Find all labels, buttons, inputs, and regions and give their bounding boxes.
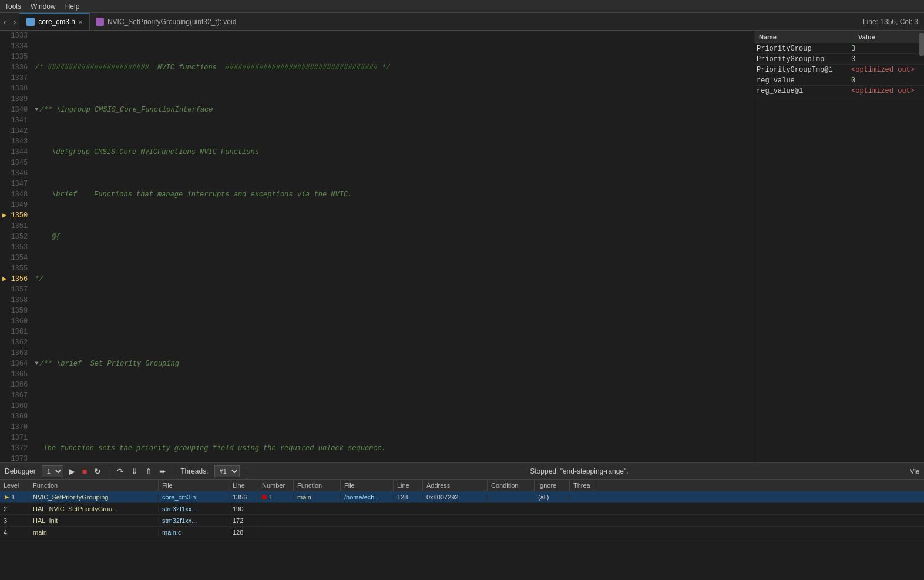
var-row-regvalue1[interactable]: reg_value@1 <optimized out> (754, 86, 924, 96)
separator-1 (109, 467, 109, 476)
cs-row-4[interactable]: 4 main main.c 128 (0, 527, 924, 538)
line-numbers: 1333 1334 1335 1336 1337 1338 1339 1340 … (0, 31, 32, 462)
cs-cell-level-1: ➤ 1 (0, 493, 29, 501)
debug-run-btn[interactable]: ▶ (67, 465, 77, 478)
tab-bar: ‹ › core_cm3.h × NVIC_SetPriorityGroupin… (0, 13, 924, 31)
cs-cell-line-4: 128 (229, 529, 258, 536)
code-line-1342: The function sets the priority grouping … (35, 443, 754, 454)
cs-header-condition: Condition (488, 480, 535, 491)
code-content: /* ######################## NVIC functio… (32, 31, 754, 462)
cs-header-function: Function (294, 480, 341, 491)
cs-cell-bp-addr-1: 0x8007292 (423, 494, 488, 501)
cs-cell-bp-num-1: 1 (258, 494, 294, 501)
cs-cell-func-1: NVIC_SetPriorityGrouping (29, 494, 159, 501)
var-value-regvalue1: <optimized out> (851, 87, 922, 95)
menu-window[interactable]: Window (31, 2, 56, 11)
stopped-status: Stopped: "end-stepping-range". (252, 467, 907, 475)
cs-cell-line-1: 1356 (229, 494, 258, 501)
right-panel-scrollbar[interactable] (919, 31, 924, 462)
code-line-1339 (35, 316, 754, 327)
threads-select[interactable]: #1 (214, 465, 240, 477)
menu-tools[interactable]: Tools (5, 2, 21, 11)
cs-cell-file-4: main.c (159, 529, 229, 536)
cs-row-2[interactable]: 2 HAL_NVIC_SetPriorityGrou... stm32f1xx.… (0, 503, 924, 515)
cs-header-line: Line (229, 480, 258, 491)
debug-stop-btn[interactable]: ■ (80, 465, 89, 478)
code-line-1333: /* ######################## NVIC functio… (35, 62, 754, 73)
variables-list: PriorityGroup 3 PriorityGroupTmp 3 Prior… (754, 43, 924, 462)
debug-step-out-btn[interactable]: ⇑ (143, 465, 154, 478)
breadcrumb: NVIC_SetPriorityGrouping(uint32_t): void (90, 18, 857, 26)
debug-restart-btn[interactable]: ↻ (92, 465, 103, 478)
breadcrumb-icon (96, 18, 104, 26)
cs-cell-line-3: 172 (229, 517, 258, 524)
debug-run-to-cursor-btn[interactable]: ➨ (157, 465, 168, 478)
code-line-1335: \defgroup CMSIS_Core_NVICFunctions NVIC … (35, 147, 754, 157)
cs-cell-func-3: HAL_Init (29, 517, 159, 524)
cs-header-address: Address (423, 480, 488, 491)
nav-back[interactable]: ‹ (0, 13, 10, 31)
cs-header-file: File (159, 480, 229, 491)
cs-cell-file-1: core_cm3.h (159, 494, 229, 501)
cs-cell-line-2: 190 (229, 505, 258, 512)
separator-3 (246, 467, 246, 476)
debugger-select[interactable]: 1 (42, 465, 63, 477)
var-row-regvalue[interactable]: reg_value 0 (754, 75, 924, 86)
cs-header-ignore: Ignore (535, 480, 570, 491)
cs-header-line2: Line (394, 480, 423, 491)
col-header-name: Name (754, 33, 854, 41)
var-value-prioritygrouptmp: 3 (851, 55, 922, 63)
tab-label: core_cm3.h (38, 18, 75, 26)
line-col-text: Line: 1356, Col: 3 (863, 18, 918, 26)
code-line-1341 (35, 401, 754, 411)
code-line-1336: \brief Functions that manage interrupts … (35, 189, 754, 200)
call-stack-rows: ➤ 1 NVIC_SetPriorityGrouping core_cm3.h … (0, 491, 924, 580)
cs-cell-func-4: main (29, 529, 159, 536)
cs-cell-file-2: stm32f1xx... (159, 505, 229, 512)
cs-cell-file-3: stm32f1xx... (159, 517, 229, 524)
var-value-regvalue: 0 (851, 76, 922, 85)
nav-forward[interactable]: › (10, 13, 20, 31)
cs-cell-level-4: 4 (0, 529, 29, 536)
cs-cell-level-3: 3 (0, 517, 29, 524)
var-name-regvalue1: reg_value@1 (757, 87, 851, 95)
cs-cell-bp-line-1: 128 (394, 494, 423, 501)
var-name-prioritygrouptmp1: PriorityGroupTmp@1 (757, 66, 851, 74)
var-value-prioritygrouptmp1: <optimized out> (851, 66, 922, 74)
var-name-prioritygrouptmp: PriorityGroupTmp (757, 55, 851, 63)
cs-header-number: Number (258, 480, 294, 491)
debugger-toolbar: Debugger 1 ▶ ■ ↻ ↷ ⇓ ⇑ ➨ Threads: #1 Sto… (0, 463, 924, 480)
cs-cell-bp-func-1: main (294, 494, 341, 501)
debugger-label: Debugger (5, 467, 36, 475)
threads-label: Threads: (180, 467, 208, 475)
separator-2 (174, 467, 174, 476)
debug-step-into-btn[interactable]: ⇓ (129, 465, 140, 478)
code-line-1334: ▼/** \ingroup CMSIS_Core_FunctionInterfa… (35, 105, 754, 115)
cs-row-3[interactable]: 3 HAL_Init stm32f1xx... 172 (0, 515, 924, 527)
cs-cell-level-2: 2 (0, 505, 29, 512)
line-info: Line: 1356, Col: 3 (857, 18, 924, 26)
file-icon (26, 18, 35, 26)
debug-step-over-btn[interactable]: ↷ (115, 465, 126, 478)
tab-close[interactable]: × (79, 19, 82, 25)
var-value-prioritygroup: 3 (851, 45, 922, 53)
var-name-prioritygroup: PriorityGroup (757, 45, 851, 53)
var-row-prioritygrouptmp1[interactable]: PriorityGroupTmp@1 <optimized out> (754, 65, 924, 75)
code-line-1337: @{ (35, 232, 754, 242)
var-row-prioritygroup[interactable]: PriorityGroup 3 (754, 43, 924, 54)
cs-cell-bp-file-1: /home/ech... (341, 494, 394, 501)
code-editor[interactable]: 1333 1334 1335 1336 1337 1338 1339 1340 … (0, 31, 754, 462)
right-panel-header: Name Value (754, 31, 924, 43)
code-scroll[interactable]: 1333 1334 1335 1336 1337 1338 1339 1340 … (0, 31, 754, 462)
menu-bar: Tools Window Help (0, 0, 924, 13)
tab-core-cm3[interactable]: core_cm3.h × (19, 13, 90, 31)
view-btn[interactable]: Vie (910, 468, 919, 475)
code-line-1338: */ (35, 274, 754, 284)
main-content: 1333 1334 1335 1336 1337 1338 1339 1340 … (0, 31, 924, 462)
var-row-prioritygrouptmp[interactable]: PriorityGroupTmp 3 (754, 54, 924, 65)
current-arrow-1: ➤ (4, 493, 9, 501)
cs-row-1[interactable]: ➤ 1 NVIC_SetPriorityGrouping core_cm3.h … (0, 491, 924, 503)
bp-dot-1 (262, 495, 267, 499)
cs-header-level: Level (0, 480, 29, 491)
menu-help[interactable]: Help (65, 2, 80, 11)
